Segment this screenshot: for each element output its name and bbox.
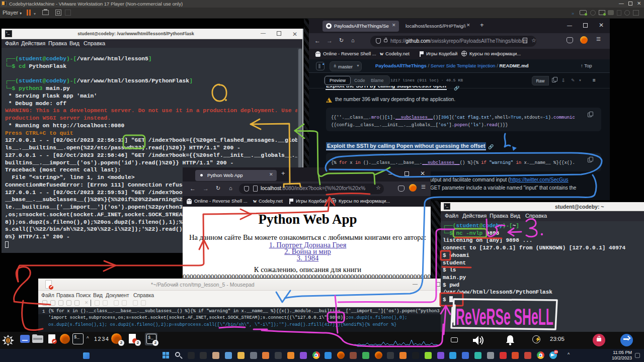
- svg-text:ReVeRSe SHeLL: ReVeRSe SHeLL: [456, 304, 553, 330]
